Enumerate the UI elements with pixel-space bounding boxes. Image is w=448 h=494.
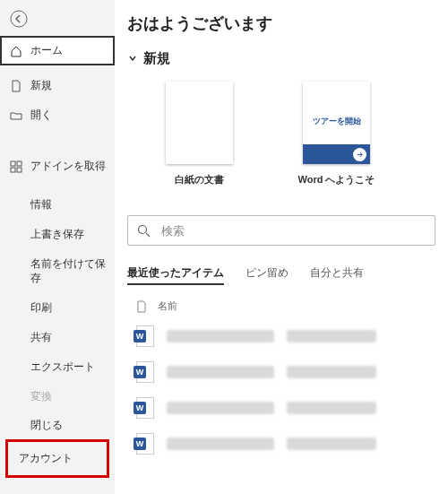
arrow-right-icon — [353, 148, 366, 161]
new-file-icon — [9, 79, 23, 93]
word-file-icon: W — [136, 433, 154, 455]
sidebar-item-share[interactable]: 共有 — [0, 323, 115, 352]
tab-recent[interactable]: 最近使ったアイテム — [127, 265, 224, 285]
tab-shared[interactable]: 自分と共有 — [310, 265, 364, 285]
svg-rect-1 — [11, 161, 15, 166]
sidebar-item-label: ホーム — [30, 43, 63, 58]
tab-pinned[interactable]: ピン留め — [246, 265, 289, 285]
section-new-label: 新規 — [143, 50, 170, 67]
search-icon — [137, 224, 151, 238]
word-file-icon: W — [136, 397, 154, 419]
sidebar-item-export[interactable]: エクスポート — [0, 352, 115, 382]
list-item-meta-blurred — [287, 330, 376, 342]
sidebar-item-saveas[interactable]: 名前を付けて保存 — [0, 249, 115, 294]
list-item-name-blurred — [167, 438, 274, 450]
addins-grid-icon — [9, 160, 23, 174]
home-icon — [9, 44, 23, 58]
sidebar-item-account[interactable]: アカウント — [5, 439, 109, 478]
template-welcome-thumb: ツアーを開始 — [303, 82, 370, 164]
svg-line-6 — [146, 233, 150, 237]
sidebar-item-addins[interactable]: アドインを取得 — [0, 152, 115, 181]
svg-rect-4 — [17, 168, 22, 172]
folder-open-icon — [9, 108, 23, 123]
search-box[interactable] — [127, 215, 435, 246]
sidebar-item-label: アカウント — [8, 442, 107, 475]
svg-point-5 — [139, 225, 147, 233]
list-item[interactable]: W — [127, 426, 435, 462]
template-blank[interactable]: 白紙の文書 — [152, 82, 246, 186]
search-input[interactable] — [159, 223, 426, 238]
template-caption: 白紙の文書 — [175, 173, 224, 186]
template-blank-thumb — [166, 82, 233, 164]
sidebar-item-label: 開く — [30, 108, 52, 123]
section-new-header[interactable]: 新規 — [127, 50, 435, 67]
list-item[interactable]: W — [127, 354, 435, 390]
back-button[interactable] — [4, 4, 34, 34]
sidebar-item-label: アドインを取得 — [30, 159, 106, 174]
page-greeting: おはようございます — [127, 13, 435, 34]
list-header: 名前 — [127, 299, 435, 313]
sidebar-item-transform: 変換 — [0, 382, 115, 412]
list-item-name-blurred — [167, 366, 274, 378]
list-item-meta-blurred — [287, 366, 376, 378]
template-welcome[interactable]: ツアーを開始 Word へようこそ — [289, 82, 383, 186]
sidebar-item-open[interactable]: 開く — [0, 100, 115, 130]
file-icon — [136, 300, 147, 313]
sidebar-item-new[interactable]: 新規 — [0, 71, 115, 100]
sidebar-item-print[interactable]: 印刷 — [0, 293, 115, 323]
template-tour-text: ツアーを開始 — [303, 116, 370, 127]
svg-rect-3 — [11, 168, 15, 172]
svg-rect-2 — [17, 161, 22, 166]
list-item-name-blurred — [167, 330, 274, 342]
list-item-meta-blurred — [287, 438, 376, 450]
list-item[interactable]: W — [127, 390, 435, 426]
sidebar-item-info[interactable]: 情報 — [0, 190, 115, 220]
sidebar-item-save[interactable]: 上書き保存 — [0, 220, 115, 249]
word-file-icon: W — [136, 361, 154, 383]
list-header-name: 名前 — [158, 299, 177, 313]
list-item[interactable]: W — [127, 318, 435, 354]
template-caption: Word へようこそ — [298, 173, 375, 186]
svg-point-0 — [11, 11, 27, 27]
word-file-icon: W — [136, 325, 154, 347]
list-item-name-blurred — [167, 402, 274, 414]
sidebar-item-label: 新規 — [30, 78, 52, 93]
list-item-meta-blurred — [287, 402, 376, 414]
sidebar-item-close[interactable]: 閉じる — [0, 411, 115, 440]
chevron-down-icon — [127, 51, 138, 67]
arrow-left-icon — [10, 10, 28, 28]
sidebar-item-home[interactable]: ホーム — [0, 36, 115, 65]
